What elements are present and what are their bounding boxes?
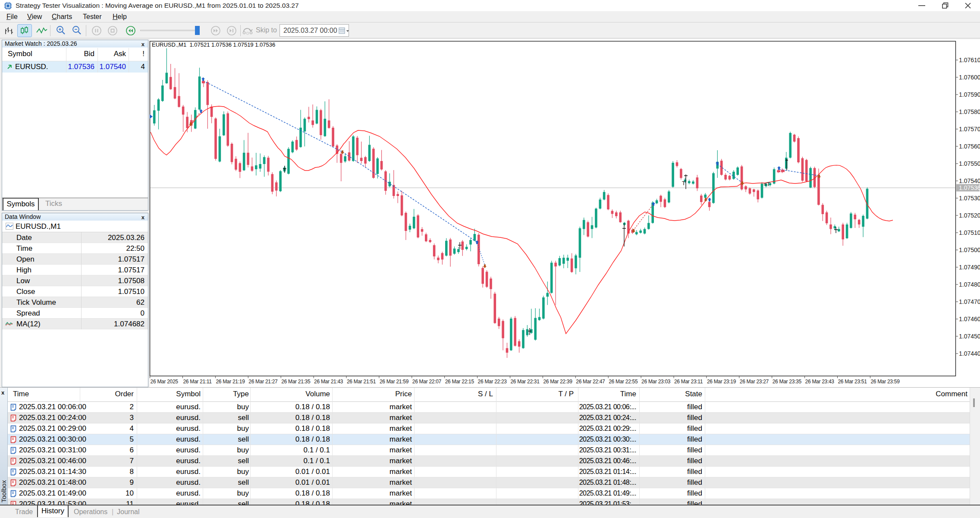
svg-text:1.07490: 1.07490	[959, 264, 980, 271]
svg-text:1.07450: 1.07450	[959, 333, 980, 340]
svg-text:=T: =T	[763, 181, 770, 187]
svg-text:1.07500: 1.07500	[959, 246, 980, 253]
svg-text:26 Mar 22:39: 26 Mar 22:39	[543, 379, 572, 385]
svg-text:26 Mar 22:47: 26 Mar 22:47	[576, 379, 605, 385]
svg-text:26 Mar 21:35: 26 Mar 21:35	[281, 379, 311, 385]
svg-text:1.07590: 1.07590	[959, 91, 980, 98]
svg-text:26 Mar 22:23: 26 Mar 22:23	[478, 379, 507, 385]
svg-text:26 Mar 21:19: 26 Mar 21:19	[216, 379, 245, 385]
svg-text:1.07540: 1.07540	[959, 177, 980, 184]
svg-text:26 Mar 21:27: 26 Mar 21:27	[248, 379, 278, 385]
svg-text:26 Mar 21:43: 26 Mar 21:43	[314, 379, 343, 385]
svg-text:1.07460: 1.07460	[959, 316, 980, 322]
svg-text:1.07470: 1.07470	[959, 298, 980, 305]
svg-text:1.07440: 1.07440	[959, 350, 980, 357]
svg-text:26 Mar 23:19: 26 Mar 23:19	[707, 379, 736, 385]
svg-text:26 Mar 23:03: 26 Mar 23:03	[641, 379, 671, 385]
svg-text:26 Mar 23:59: 26 Mar 23:59	[870, 379, 900, 385]
svg-text:1.07480: 1.07480	[959, 281, 980, 288]
svg-text:1.07580: 1.07580	[959, 108, 980, 115]
svg-text:26 Mar 21:59: 26 Mar 21:59	[380, 379, 409, 385]
svg-text:26 Mar 23:43: 26 Mar 23:43	[805, 379, 835, 385]
svg-text:26 Mar 23:51: 26 Mar 23:51	[838, 379, 867, 385]
svg-text:26 Mar 21:51: 26 Mar 21:51	[347, 379, 376, 385]
svg-text:26 Mar 22:07: 26 Mar 22:07	[412, 379, 442, 385]
svg-text:26 Mar 22:55: 26 Mar 22:55	[609, 379, 638, 385]
svg-text:1.07570: 1.07570	[959, 126, 980, 133]
svg-text:26 Mar 22:15: 26 Mar 22:15	[445, 379, 474, 385]
svg-text:26 Mar 2025: 26 Mar 2025	[151, 379, 179, 385]
svg-text:1.07560: 1.07560	[959, 143, 980, 150]
svg-text:1.07600: 1.07600	[959, 74, 980, 81]
svg-text:1.07520: 1.07520	[959, 212, 980, 219]
svg-text:1.07536: 1.07536	[959, 184, 980, 191]
svg-text:T: T	[682, 180, 685, 186]
svg-text:EURUSD.,M1 1.07521 1.07536 1.: EURUSD.,M1 1.07521 1.07536 1.07519 1.075…	[152, 41, 275, 48]
svg-text:1.07510: 1.07510	[959, 229, 980, 236]
svg-text:26 Mar 22:31: 26 Mar 22:31	[511, 379, 540, 385]
svg-text:26 Mar 23:27: 26 Mar 23:27	[740, 379, 769, 385]
svg-text:1.07550: 1.07550	[959, 160, 980, 167]
svg-text:26 Mar 21:11: 26 Mar 21:11	[183, 379, 212, 385]
svg-text:26 Mar 23:35: 26 Mar 23:35	[773, 379, 802, 385]
svg-text:1.07530: 1.07530	[959, 195, 980, 202]
svg-text:26 Mar 23:11: 26 Mar 23:11	[674, 379, 703, 385]
svg-text:1.07610: 1.07610	[959, 57, 980, 63]
